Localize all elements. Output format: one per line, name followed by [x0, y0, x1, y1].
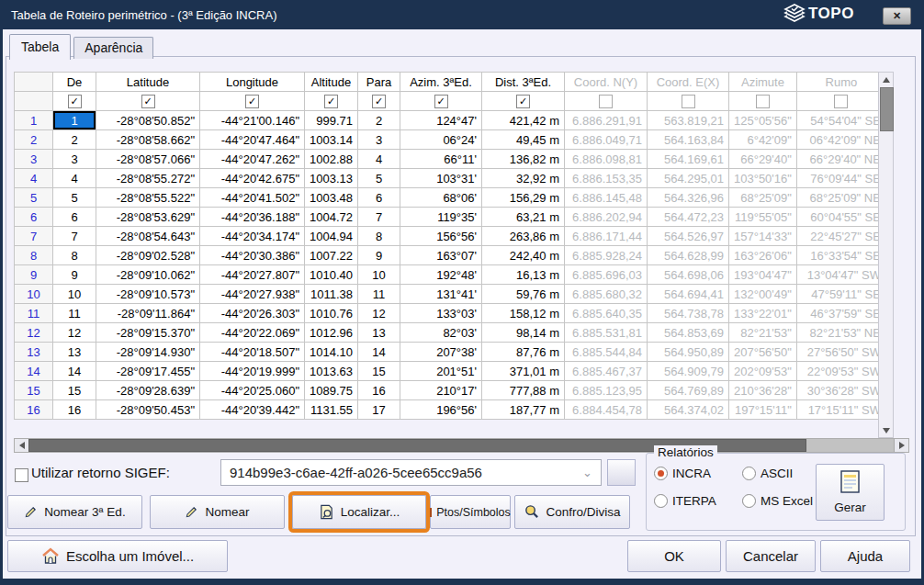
column-header-para[interactable]: Para — [358, 73, 400, 92]
row-number[interactable]: 5 — [15, 188, 53, 208]
table-cell[interactable]: 10 — [358, 265, 400, 285]
column-checkbox-azim-3-ed[interactable]: ✓ — [434, 95, 448, 108]
table-cell[interactable]: 4 — [53, 169, 96, 188]
table-cell[interactable]: 1004.94 — [305, 227, 358, 246]
table-cell[interactable]: 9 — [358, 246, 400, 265]
table-cell[interactable]: 564.326,96 — [648, 188, 729, 208]
row-number[interactable]: 15 — [15, 381, 53, 400]
table-cell[interactable]: 47°59'11" SE — [796, 285, 885, 304]
table-cell[interactable]: 119°35' — [400, 208, 482, 227]
table-cell[interactable]: 5 — [53, 188, 96, 208]
table-cell[interactable]: 1013.63 — [305, 362, 358, 381]
table-cell[interactable]: 132°00'49" — [729, 285, 797, 304]
table-cell[interactable]: 6.886.153,35 — [565, 169, 648, 188]
column-header-azimute[interactable]: Azimute — [729, 73, 797, 92]
table-cell[interactable]: 210°17' — [400, 381, 482, 400]
nomear-button[interactable]: Nomear — [150, 495, 285, 529]
table-cell[interactable]: 210°36'28" — [729, 381, 797, 400]
table-cell[interactable]: 207°38' — [400, 343, 482, 362]
table-cell[interactable]: 999.71 — [305, 111, 358, 130]
table-cell[interactable]: 163°26'06" — [729, 246, 797, 265]
table-cell[interactable]: -44°20'47.262" — [200, 150, 305, 169]
table-cell[interactable]: 564.738,78 — [648, 304, 729, 323]
table-cell[interactable]: 3 — [358, 130, 400, 150]
table-cell[interactable]: 68°06' — [400, 188, 482, 208]
table-cell[interactable]: 6.886.202,94 — [565, 208, 648, 227]
table-cell[interactable]: 6.885.123,95 — [565, 381, 648, 400]
table-cell[interactable]: 12 — [358, 304, 400, 323]
table-cell[interactable]: 1003.14 — [305, 130, 358, 150]
column-checkbox-altitude[interactable]: ✓ — [324, 95, 338, 108]
table-cell[interactable]: 68°25'09" NE — [796, 188, 885, 208]
row-number[interactable]: 14 — [15, 362, 53, 381]
column-header-de[interactable]: De — [53, 73, 96, 92]
vertical-scrollbar[interactable] — [878, 72, 894, 438]
table-cell[interactable]: -44°21'00.146" — [200, 111, 305, 130]
table-cell[interactable]: -28°09'15.370" — [96, 323, 200, 343]
table-cell[interactable]: 158,12 m — [482, 304, 565, 323]
table-cell[interactable]: 6.885.696,03 — [565, 265, 648, 285]
table-cell[interactable]: 13 — [53, 343, 96, 362]
table-cell[interactable]: 06°24' — [400, 130, 482, 150]
selected-cell[interactable]: 1 — [53, 111, 96, 130]
table-cell[interactable]: 564.374,02 — [648, 400, 729, 420]
ajuda-button[interactable]: Ajuda — [820, 540, 910, 572]
column-header-longitude[interactable]: Longitude — [200, 73, 305, 92]
column-checkbox-de[interactable]: ✓ — [68, 95, 82, 108]
table-cell[interactable]: 60°04'55" SE — [796, 208, 885, 227]
column-checkbox-para[interactable]: ✓ — [372, 95, 386, 108]
sigef-checkbox[interactable] — [15, 468, 28, 482]
table-cell[interactable]: 6.886.291,91 — [565, 111, 648, 130]
column-checkbox-longitude[interactable]: ✓ — [245, 95, 259, 108]
table-cell[interactable]: 16°33'54" SE — [796, 246, 885, 265]
table-cell[interactable]: 371,01 m — [482, 362, 565, 381]
table-cell[interactable]: 4 — [358, 150, 400, 169]
radio-incra[interactable]: INCRA — [654, 467, 735, 480]
table-cell[interactable]: 14 — [53, 362, 96, 381]
row-number[interactable]: 11 — [15, 304, 53, 323]
close-button[interactable]: ✕ — [883, 7, 911, 25]
scroll-right-icon[interactable] — [894, 439, 908, 452]
table-cell[interactable]: 1004.72 — [305, 208, 358, 227]
table-cell[interactable]: -28°09'10.573" — [96, 285, 200, 304]
table-cell[interactable]: 3 — [53, 150, 96, 169]
row-number[interactable]: 12 — [15, 323, 53, 343]
table-cell[interactable]: 564.694,41 — [648, 285, 729, 304]
table-cell[interactable]: 196°56' — [400, 400, 482, 420]
table-cell[interactable]: -44°20'36.188" — [200, 208, 305, 227]
row-number[interactable]: 3 — [15, 150, 53, 169]
table-cell[interactable]: 6.885.544,84 — [565, 343, 648, 362]
table-cell[interactable]: -44°20'34.174" — [200, 227, 305, 246]
table-cell[interactable]: 30°36'28" SW — [796, 381, 885, 400]
table-cell[interactable]: 66°11' — [400, 150, 482, 169]
table-cell[interactable]: 22°09'53" SW — [796, 362, 885, 381]
row-number[interactable]: 7 — [15, 227, 53, 246]
table-cell[interactable]: 16 — [358, 381, 400, 400]
column-header-coord-n-y[interactable]: Coord. N(Y) — [565, 73, 648, 92]
table-cell[interactable]: 564.295,01 — [648, 169, 729, 188]
table-cell[interactable]: -28°09'11.864" — [96, 304, 200, 323]
sigef-mini-button[interactable] — [607, 459, 636, 486]
table-cell[interactable]: 136,82 m — [482, 150, 565, 169]
table-cell[interactable]: 1012.96 — [305, 323, 358, 343]
table-cell[interactable]: 156°56' — [400, 227, 482, 246]
table-cell[interactable]: 1010.40 — [305, 265, 358, 285]
table-cell[interactable]: -28°08'55.522" — [96, 188, 200, 208]
table-cell[interactable]: 6.886.171,44 — [565, 227, 648, 246]
table-cell[interactable]: 197°15'11" — [729, 400, 797, 420]
tab-aparencia[interactable]: Aparência — [73, 37, 153, 59]
table-cell[interactable]: 8 — [358, 227, 400, 246]
row-number[interactable]: 6 — [15, 208, 53, 227]
radio-iterpa[interactable]: ITERPA — [654, 494, 735, 508]
table-cell[interactable]: -28°09'50.453" — [96, 400, 200, 420]
localizar-button[interactable]: Localizar... — [292, 495, 426, 529]
table-cell[interactable]: 12 — [53, 323, 96, 343]
table-cell[interactable]: 17 — [358, 400, 400, 420]
table-cell[interactable]: 87,76 m — [482, 343, 565, 362]
table-cell[interactable]: 32,92 m — [482, 169, 565, 188]
table-cell[interactable]: 192°48' — [400, 265, 482, 285]
table-cell[interactable]: 82°03' — [400, 323, 482, 343]
table-cell[interactable]: 421,42 m — [482, 111, 565, 130]
row-number[interactable]: 13 — [15, 343, 53, 362]
table-cell[interactable]: 46°37'59" SE — [796, 304, 885, 323]
